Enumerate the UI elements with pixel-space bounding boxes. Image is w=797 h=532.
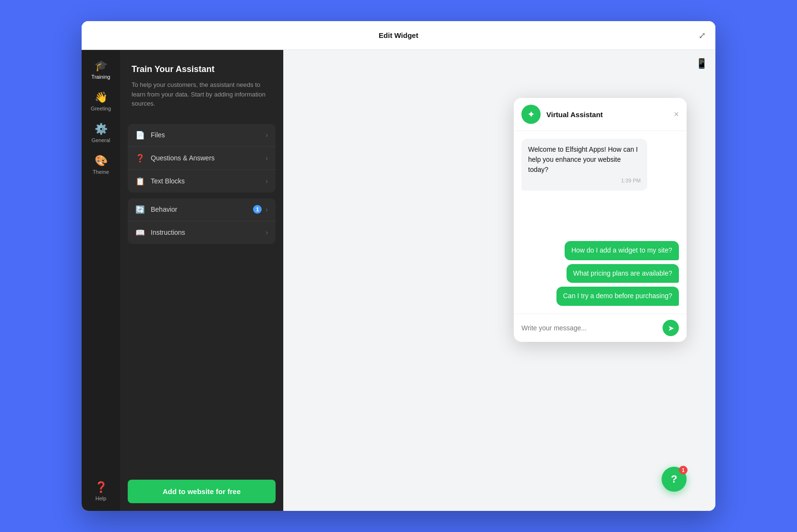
section-item-qa[interactable]: ❓ Questions & Answers › <box>128 147 276 170</box>
help-fab-button[interactable]: ? 1 <box>662 467 687 492</box>
send-button[interactable]: ➤ <box>663 320 679 336</box>
chevron-right-icon: › <box>266 177 268 185</box>
expand-icon[interactable]: ⤢ <box>699 30 706 41</box>
sidebar-item-label: General <box>91 137 110 143</box>
avatar-icon: ✦ <box>527 109 535 120</box>
main-window: Edit Widget ⤢ 🎓 Training 👋 Greeting ⚙️ G… <box>82 21 715 511</box>
titlebar: Edit Widget ⤢ <box>82 21 715 50</box>
mobile-preview-icon[interactable]: 📱 <box>696 58 708 69</box>
chat-widget: ✦ Virtual Assistant × Welcome to Elfsigh… <box>514 98 687 342</box>
sidebar-item-help[interactable]: ❓ Help <box>84 476 118 506</box>
section-qa-label: Questions & Answers <box>151 154 266 162</box>
section-files-label: Files <box>151 131 266 139</box>
chat-messages: Welcome to Elfsight Apps! How can I help… <box>514 131 687 314</box>
train-description: To help your customers, the assistant ne… <box>132 80 272 109</box>
add-to-website-button[interactable]: Add to website for free <box>128 480 276 503</box>
chevron-right-icon: › <box>266 229 268 236</box>
behavior-badge: 1 <box>253 205 262 214</box>
sidebar: 🎓 Training 👋 Greeting ⚙️ General 🎨 Theme… <box>82 50 120 511</box>
palette-icon: 🎨 <box>95 155 108 167</box>
chat-header: ✦ Virtual Assistant × <box>514 98 687 131</box>
section-behavior-label: Behavior <box>151 206 253 213</box>
sidebar-item-label: Greeting <box>91 106 111 111</box>
chat-input[interactable] <box>521 324 658 332</box>
sidebar-item-label: Training <box>91 74 110 80</box>
training-icon: 🎓 <box>95 60 108 72</box>
train-header: Train Your Assistant To help your custom… <box>120 50 283 116</box>
main-content: 🎓 Training 👋 Greeting ⚙️ General 🎨 Theme… <box>82 50 715 511</box>
sidebar-item-general[interactable]: ⚙️ General <box>84 118 118 148</box>
chat-title: Virtual Assistant <box>546 110 674 119</box>
textblock-icon: 📋 <box>135 177 145 186</box>
avatar: ✦ <box>521 105 541 124</box>
close-icon[interactable]: × <box>674 109 679 120</box>
user-messages: How do I add a widget to my site? What p… <box>521 241 679 306</box>
section-item-files[interactable]: 📄 Files › <box>128 124 276 147</box>
user-message-1: How do I add a widget to my site? <box>565 241 679 260</box>
user-message-3: Can I try a demo before purchasing? <box>556 287 679 306</box>
train-sections: 📄 Files › ❓ Questions & Answers › 📋 Text… <box>120 116 283 472</box>
sidebar-item-greeting[interactable]: 👋 Greeting <box>84 86 118 116</box>
chevron-right-icon: › <box>266 154 268 162</box>
message-time: 1:39 PM <box>528 177 640 185</box>
greeting-icon: 👋 <box>95 91 108 104</box>
sidebar-help-label: Help <box>96 496 107 501</box>
help-icon: ❓ <box>95 481 108 494</box>
bot-message: Welcome to Elfsight Apps! How can I help… <box>521 139 647 191</box>
gear-icon: ⚙️ <box>95 123 108 135</box>
help-fab-badge: 1 <box>679 466 688 474</box>
sidebar-item-label: Theme <box>93 169 109 175</box>
section-group-1: 📄 Files › ❓ Questions & Answers › 📋 Text… <box>128 124 276 193</box>
section-item-instructions[interactable]: 📖 Instructions › <box>128 221 276 244</box>
qa-icon: ❓ <box>135 154 145 163</box>
sidebar-item-theme[interactable]: 🎨 Theme <box>84 150 118 180</box>
section-item-textblocks[interactable]: 📋 Text Blocks › <box>128 170 276 193</box>
file-icon: 📄 <box>135 131 145 140</box>
help-fab-icon: ? <box>671 473 677 485</box>
bot-message-text: Welcome to Elfsight Apps! How can I help… <box>528 145 638 173</box>
user-message-2: What pricing plans are available? <box>567 264 679 283</box>
train-title: Train Your Assistant <box>132 64 272 74</box>
behavior-icon: 🔄 <box>135 205 145 214</box>
window-title: Edit Widget <box>379 31 418 39</box>
chevron-right-icon: › <box>266 131 268 139</box>
train-panel: Train Your Assistant To help your custom… <box>120 50 283 511</box>
section-group-2: 🔄 Behavior 1 › 📖 Instructions › <box>128 198 276 244</box>
instructions-icon: 📖 <box>135 228 145 237</box>
chevron-right-icon: › <box>266 206 268 213</box>
preview-area: 📱 ✦ Virtual Assistant × Welcome to Elfsi… <box>283 50 715 511</box>
add-button-container: Add to website for free <box>120 472 283 511</box>
section-item-behavior[interactable]: 🔄 Behavior 1 › <box>128 198 276 221</box>
sidebar-item-training[interactable]: 🎓 Training <box>84 55 118 85</box>
section-textblocks-label: Text Blocks <box>151 177 266 185</box>
section-instructions-label: Instructions <box>151 229 266 236</box>
chat-input-area: ➤ <box>514 314 687 342</box>
